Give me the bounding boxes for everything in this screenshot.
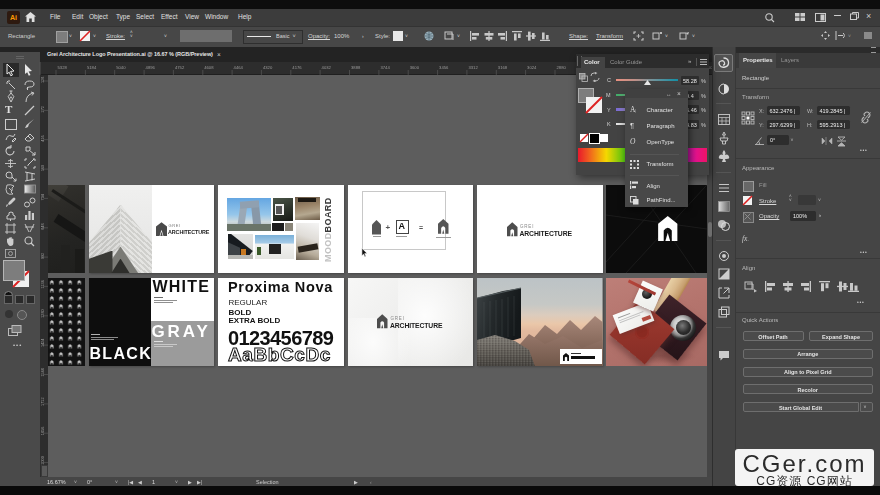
svg-text:992: 992 — [41, 253, 45, 259]
svg-text:848: 848 — [41, 223, 45, 229]
svg-text:3312: 3312 — [468, 65, 478, 70]
svg-text:704: 704 — [41, 194, 45, 200]
svg-text:128: 128 — [41, 77, 45, 83]
svg-text:1568: 1568 — [41, 368, 45, 376]
svg-text:3456: 3456 — [439, 65, 449, 70]
svg-text:4320: 4320 — [263, 65, 273, 70]
svg-text:5328: 5328 — [58, 65, 68, 70]
svg-text:4032: 4032 — [322, 65, 332, 70]
svg-text:1136: 1136 — [41, 280, 45, 288]
svg-text:272: 272 — [41, 106, 45, 112]
svg-text:3888: 3888 — [351, 65, 361, 70]
svg-text:5184: 5184 — [87, 65, 97, 70]
svg-text:5040: 5040 — [116, 65, 126, 70]
svg-text:1856: 1856 — [41, 427, 45, 435]
svg-text:3744: 3744 — [380, 65, 390, 70]
svg-text:3024: 3024 — [527, 65, 537, 70]
svg-text:2000: 2000 — [41, 456, 45, 464]
svg-text:4176: 4176 — [292, 65, 302, 70]
svg-text:4464: 4464 — [234, 65, 244, 70]
svg-text:2880: 2880 — [557, 65, 567, 70]
svg-text:1280: 1280 — [41, 309, 45, 317]
svg-text:416: 416 — [41, 135, 45, 141]
svg-text:3168: 3168 — [498, 65, 508, 70]
svg-text:4752: 4752 — [175, 65, 185, 70]
svg-text:560: 560 — [41, 165, 45, 171]
svg-text:1424: 1424 — [41, 339, 45, 347]
svg-text:4896: 4896 — [146, 65, 156, 70]
svg-text:1712: 1712 — [41, 397, 45, 405]
svg-text:3600: 3600 — [410, 65, 420, 70]
svg-text:4608: 4608 — [204, 65, 214, 70]
